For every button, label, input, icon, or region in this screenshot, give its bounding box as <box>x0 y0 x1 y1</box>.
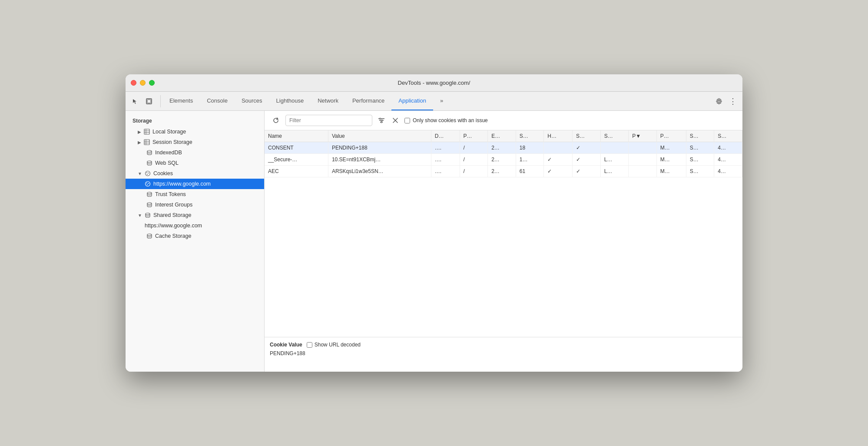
col-expires: E… <box>488 130 516 142</box>
cell-value: 10.SE=nt91XCBmj… <box>328 154 431 166</box>
cell-size: 18 <box>516 142 544 154</box>
sidebar-item-cache-storage[interactable]: Cache Storage <box>126 231 264 241</box>
refresh-button[interactable] <box>270 114 282 126</box>
tab-console[interactable]: Console <box>200 92 235 110</box>
cell-expires: 2… <box>488 142 516 154</box>
tab-list: Elements Console Sources Lighthouse Netw… <box>162 92 709 110</box>
tab-performance[interactable]: Performance <box>345 92 391 110</box>
col-secure: S… <box>573 130 601 142</box>
db-icon-6 <box>146 233 152 239</box>
sidebar-item-indexed-db[interactable]: IndexedDB <box>126 147 264 158</box>
cell-source-scheme: S… <box>686 166 714 177</box>
cookie-value-text: PENDING+188 <box>270 350 737 356</box>
sidebar-item-session-storage[interactable]: ▶ Session Storage <box>126 137 264 147</box>
web-sql-label: Web SQL <box>155 160 179 166</box>
svg-point-12 <box>147 161 152 163</box>
sidebar-item-web-sql[interactable]: Web SQL <box>126 158 264 168</box>
more-options-button[interactable]: ⋮ <box>727 95 739 107</box>
col-samesite: S… <box>600 130 629 142</box>
cell-value: PENDING+188 <box>328 142 431 154</box>
cell-path: / <box>460 166 488 177</box>
cell-partitioned: M… <box>656 142 686 154</box>
url-decoded-checkbox[interactable] <box>307 342 312 348</box>
minimize-button[interactable] <box>140 80 146 86</box>
inspect-icon-button[interactable] <box>143 95 155 107</box>
cookie-value-title: Cookie Value <box>270 342 302 348</box>
table-row[interactable]: __Secure-… 10.SE=nt91XCBmj… …. / 2… 1… ✓… <box>265 154 742 166</box>
settings-button[interactable] <box>713 95 725 107</box>
svg-point-24 <box>147 234 152 236</box>
svg-point-20 <box>147 184 148 185</box>
clear-icon <box>392 117 398 123</box>
filter-bar: Only show cookies with an issue <box>265 111 742 130</box>
show-url-decoded-group: Show URL decoded <box>307 342 361 348</box>
cookie-table-container: Name Value D… P… E… S… H… S… S… P▼ P… S… <box>265 130 742 337</box>
sidebar: Storage ▶ Local Storage ▶ <box>126 111 265 372</box>
maximize-button[interactable] <box>149 80 155 86</box>
tab-lighthouse[interactable]: Lighthouse <box>269 92 311 110</box>
cell-samesite <box>600 142 629 154</box>
url-decoded-label: Show URL decoded <box>315 342 361 348</box>
devtools-window: DevTools - www.google.com/ Elements Cons <box>126 74 742 372</box>
tab-more[interactable]: » <box>433 92 450 110</box>
cell-source-scheme: S… <box>686 142 714 154</box>
cell-source-scheme: S… <box>686 154 714 166</box>
col-source-scheme: S… <box>686 130 714 142</box>
cell-expires: 2… <box>488 166 516 177</box>
clear-filter-button[interactable] <box>390 115 401 126</box>
tab-network[interactable]: Network <box>311 92 345 110</box>
cell-httponly: ✓ <box>544 154 573 166</box>
cookie-value-header: Cookie Value Show URL decoded <box>270 342 737 348</box>
main-content: Storage ▶ Local Storage ▶ <box>126 111 742 372</box>
cell-path: / <box>460 142 488 154</box>
col-value: Value <box>328 130 431 142</box>
sidebar-item-cookies-google[interactable]: https://www.google.com <box>126 179 264 189</box>
trust-tokens-label: Trust Tokens <box>155 191 186 197</box>
cell-secure: ✓ <box>573 154 601 166</box>
col-httponly: H… <box>544 130 573 142</box>
svg-rect-7 <box>144 140 149 145</box>
cell-secure: ✓ <box>573 142 601 154</box>
sidebar-item-interest-groups[interactable]: Interest Groups <box>126 200 264 210</box>
tab-application[interactable]: Application <box>391 92 433 110</box>
sidebar-item-shared-storage-google[interactable]: https://www.google.com <box>126 220 264 231</box>
show-issues-checkbox[interactable] <box>404 118 410 123</box>
cell-partitioned: M… <box>656 154 686 166</box>
close-button[interactable] <box>131 80 136 86</box>
db-icon-5 <box>145 212 151 218</box>
session-storage-label: Session Storage <box>152 139 192 145</box>
cache-storage-label: Cache Storage <box>155 233 191 239</box>
content-area: Only show cookies with an issue Name Val… <box>265 111 742 372</box>
sidebar-item-cookies[interactable]: ▼ Cookies <box>126 168 264 179</box>
toolbar-actions: ⋮ <box>709 95 739 107</box>
filter-options-button[interactable] <box>376 115 387 126</box>
svg-point-30 <box>381 122 382 123</box>
col-partitioned: P… <box>656 130 686 142</box>
tab-sources[interactable]: Sources <box>235 92 269 110</box>
cookie-icon <box>145 170 151 176</box>
refresh-icon <box>272 117 279 124</box>
cookie-icon-active <box>145 181 151 187</box>
cookie-table: Name Value D… P… E… S… H… S… S… P▼ P… S… <box>265 130 742 177</box>
shared-storage-label: Shared Storage <box>153 212 192 218</box>
sidebar-item-shared-storage[interactable]: ▼ Shared Storage <box>126 210 264 220</box>
db-icon-2 <box>146 160 152 166</box>
sidebar-item-local-storage[interactable]: ▶ Local Storage <box>126 126 264 137</box>
more-dots-icon: ⋮ <box>729 97 737 105</box>
svg-point-11 <box>147 150 152 152</box>
db-icon-3 <box>146 191 152 197</box>
cell-secure: ✓ <box>573 166 601 177</box>
filter-input[interactable] <box>285 115 372 126</box>
cell-size: 61 <box>516 166 544 177</box>
chevron-right-icon: ▶ <box>138 130 141 134</box>
cursor-icon-button[interactable] <box>129 95 141 107</box>
cell-name: AEC <box>265 166 328 177</box>
cell-source-port: 4… <box>714 142 742 154</box>
tab-elements[interactable]: Elements <box>162 92 200 110</box>
svg-rect-1 <box>147 100 151 103</box>
shared-storage-google-label: https://www.google.com <box>145 223 202 229</box>
traffic-lights <box>131 80 155 86</box>
sidebar-item-trust-tokens[interactable]: Trust Tokens <box>126 189 264 200</box>
table-row[interactable]: CONSENT PENDING+188 …. / 2… 18 ✓ M… S… <box>265 142 742 154</box>
table-row[interactable]: AEC ARSKqsLi1w3e5SN… …. / 2… 61 ✓ ✓ L… M… <box>265 166 742 177</box>
